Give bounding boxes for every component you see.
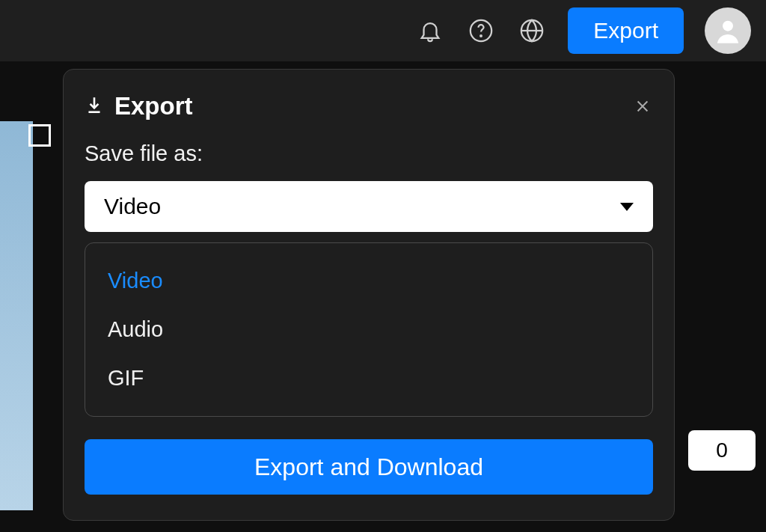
globe-icon[interactable] <box>517 16 547 46</box>
dialog-header: Export <box>85 92 653 120</box>
option-gif[interactable]: GIF <box>85 354 652 403</box>
svg-point-3 <box>723 21 733 31</box>
svg-point-1 <box>480 35 482 37</box>
format-select[interactable]: Video <box>85 181 653 232</box>
export-button[interactable]: Export <box>568 7 684 54</box>
preview-panel <box>0 121 33 510</box>
export-dialog: Export Save file as: Video Video Audio G… <box>63 69 675 521</box>
close-icon[interactable] <box>632 96 653 117</box>
bell-icon[interactable] <box>415 16 445 46</box>
avatar[interactable] <box>705 7 751 54</box>
crop-handle[interactable] <box>28 124 51 147</box>
download-icon <box>85 95 104 117</box>
dialog-title: Export <box>114 92 193 120</box>
chevron-down-icon <box>620 203 634 211</box>
option-video[interactable]: Video <box>85 257 652 305</box>
select-value: Video <box>104 194 161 219</box>
format-options-list: Video Audio GIF <box>85 242 653 417</box>
export-download-button[interactable]: Export and Download <box>85 439 653 495</box>
numeric-input[interactable]: 0 <box>688 430 756 471</box>
option-audio[interactable]: Audio <box>85 305 652 354</box>
topbar: Export <box>0 0 766 61</box>
save-as-label: Save file as: <box>85 141 653 166</box>
help-icon[interactable] <box>466 16 496 46</box>
